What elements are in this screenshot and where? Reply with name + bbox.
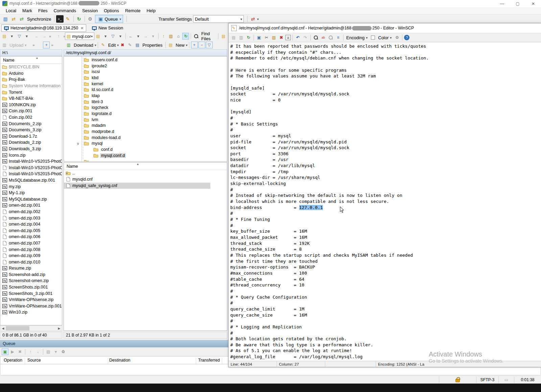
remote-back-dropdown-icon[interactable] [135,33,142,40]
queue-run-icon[interactable] [9,348,16,355]
local-file-row[interactable]: 7zDownload-1.7z [0,133,62,140]
delete-icon[interactable] [119,42,126,48]
local-file-row[interactable]: Proj-Bak [0,76,62,83]
download-icon[interactable] [65,42,72,48]
properties-label[interactable]: Properties [142,43,162,48]
local-file-row[interactable]: System Volume Information [0,83,62,89]
local-cmd-overflow2-icon[interactable] [51,43,53,47]
local-file-row[interactable]: 7zCoin.zip.001 [0,108,62,114]
transfer-options-icon[interactable] [249,15,257,23]
menu-help[interactable]: Help [143,8,159,13]
local-file-row[interactable]: omen-dd.zip.002 [0,209,62,215]
local-file-row[interactable]: omen-dd.zip.006 [0,234,62,240]
local-file-row[interactable]: omen-dd.zip.010 [0,259,62,265]
upload-icon[interactable] [1,42,8,48]
local-file-row[interactable]: 7zScreenShots.zip.001 [0,284,62,291]
tree-node[interactable]: kbd [64,75,227,81]
tree-node[interactable]: logrotate.d [64,111,227,117]
local-hscroll-right-icon[interactable] [56,327,62,330]
synchronize-icon[interactable] [18,15,25,23]
local-file-row[interactable]: Coin.zip.002 [0,114,62,121]
remote-drive-combo[interactable]: mysql.cor [65,32,94,40]
download-label[interactable]: Download [74,43,93,48]
remote-open-dir-icon[interactable] [167,33,174,40]
local-forward-icon[interactable] [41,33,48,40]
editor-encoding-dropdown-icon[interactable] [366,36,368,40]
console-icon[interactable]: >_ [56,15,64,23]
local-file-row[interactable]: 7zInstall-Win10-VS2015-PhotCS6 [0,158,62,165]
close-button[interactable]: ✕ [525,0,541,7]
editor-encoding-label[interactable]: Encoding [346,35,364,40]
menu-mark[interactable]: Mark [19,8,35,13]
remote-filter-dropdown-icon[interactable] [117,33,124,40]
restore-button[interactable]: ▢ [510,0,525,7]
queue-col-operation[interactable]: Operation [4,358,22,363]
local-file-row[interactable]: 7z100NIKON.zip [0,102,62,108]
tree-node[interactable]: logcheck [64,105,227,111]
editor-save-icon[interactable] [230,34,237,41]
upload-dropdown-icon[interactable] [25,43,26,47]
local-filter-icon[interactable] [16,33,23,40]
local-file-row[interactable]: omen-dd.zip.004 [0,221,62,228]
menu-options[interactable]: Options [101,8,122,13]
local-file-row[interactable]: 7zMy-1.zip [0,190,62,196]
queue-col-transferred[interactable]: Transferred [198,358,220,363]
protocol-cell[interactable]: SFTP-3 [476,376,498,383]
local-column-header-name[interactable]: Name [0,56,62,64]
download-dropdown-icon[interactable] [95,43,96,47]
local-file-row[interactable]: VB-NET-BAk [0,95,62,102]
queue-move-up-icon[interactable] [27,348,34,355]
synchronize-label[interactable]: Synchronize [27,17,51,22]
editor-cut-icon[interactable] [263,34,270,41]
editor-save-all-icon[interactable] [238,34,244,41]
queue-col-source[interactable]: Source [27,358,41,363]
tree-node[interactable] [64,159,227,161]
local-cmd-overflow-icon[interactable] [32,43,34,47]
local-file-row[interactable]: Torrent [0,89,62,95]
remote-file-row[interactable]: mysqld_safe_syslog.cnf [64,183,210,189]
local-file-row[interactable]: omen-dd.zip.003 [0,215,62,221]
tree-node[interactable]: modprobe.d [64,129,227,135]
local-file-row[interactable]: omen-dd.zip.005 [0,227,62,234]
local-file-row[interactable]: 7zmy.zip [0,183,62,190]
tree-node[interactable]: insserv.conf.d [64,57,227,63]
local-file-row[interactable]: 7zDownloads_2.zip [0,139,62,146]
local-file-row[interactable]: 7zVmWare-OPNsense.zip [0,297,62,303]
select-minus-icon[interactable]: − [198,42,205,48]
local-file-row[interactable]: Arduino [0,70,62,77]
editor-redo-icon[interactable] [302,34,309,41]
editor-copy-icon[interactable] [256,34,262,41]
local-filter-dropdown-icon[interactable] [23,33,30,40]
queue-toggle-button[interactable]: Queue [95,15,123,23]
menu-local[interactable]: Local [3,8,19,13]
local-back-icon[interactable] [33,33,40,40]
editor-text[interactable]: # It has been reported that passwords sh… [229,42,541,360]
local-file-row[interactable]: omen-dd.zip.008 [0,246,62,253]
local-file-row[interactable]: omen-dd.zip.009 [0,253,62,259]
local-file-row[interactable]: 7zScreenshot-omen.zip [0,278,62,284]
editor-content-area[interactable]: # It has been reported that passwords sh… [229,42,541,361]
tree-node[interactable]: mysql.conf.d [64,153,227,159]
editor-color-label[interactable]: Color [378,35,389,40]
local-folder-icon[interactable] [1,33,8,40]
local-file-row[interactable]: $RECYCLE.BIN [0,64,62,70]
local-file-row[interactable]: 7zResume.zip [0,265,62,272]
local-file-row[interactable]: 7zWin10.zip [0,309,62,316]
remote-folder-dropdown-icon[interactable] [102,33,109,40]
tree-node[interactable]: iscsi [64,69,227,75]
local-path-bar[interactable]: H:\ [0,49,62,56]
queue-delete-icon[interactable] [17,348,23,355]
editor-help-icon[interactable]: ? [404,35,409,40]
remote-column-header-name[interactable]: Name [64,163,227,170]
upload-label[interactable]: Upload [9,43,23,48]
tree-node[interactable]: libnl-3 [64,99,227,105]
new-label[interactable]: New [176,43,185,48]
editor-color-checkbox[interactable] [371,36,375,40]
tree-node[interactable]: ld.so.conf.d [64,87,227,93]
editor-goto-line-icon[interactable] [335,34,342,41]
local-file-row[interactable]: 7zMsSQLdatabase.zip.001 [0,177,62,184]
refresh-panels-icon[interactable] [75,15,83,23]
local-hscrollbar[interactable] [0,325,62,331]
local-toolbar-overflow-icon[interactable] [49,34,51,38]
queue-item-dropdown-icon[interactable] [52,348,59,355]
